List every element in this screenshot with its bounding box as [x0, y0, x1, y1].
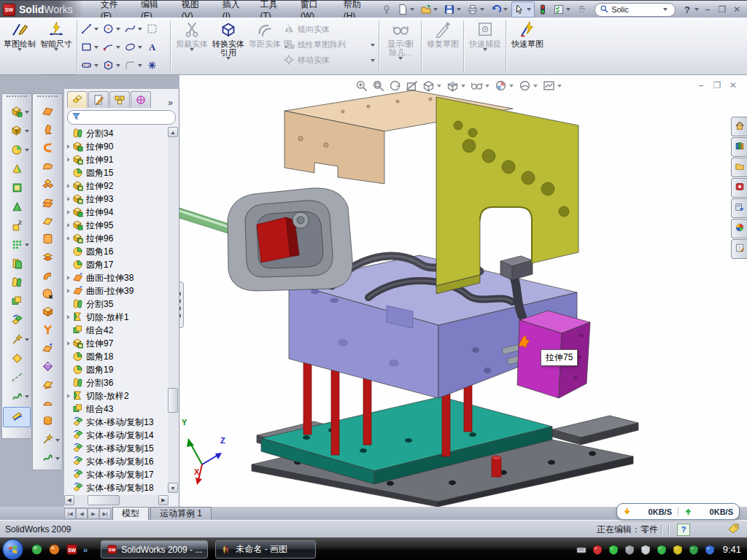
expand-arrow-icon[interactable] [64, 197, 72, 201]
sketch-dropdown-icon[interactable] [18, 48, 22, 51]
toolbar-grip[interactable] [37, 96, 58, 102]
tab-nav-2[interactable]: ▶ [88, 508, 99, 519]
tree-item-圆角16[interactable]: 圆角16 [64, 245, 179, 258]
slot-button[interactable] [80, 56, 102, 74]
selection-box-button[interactable] [146, 20, 168, 38]
display-style-dropdown-icon[interactable] [461, 85, 465, 88]
taskpane-tab-design-library[interactable] [731, 137, 747, 157]
network-warning-tray-icon[interactable] [672, 544, 684, 556]
edit-appearance-button[interactable] [494, 79, 515, 93]
network-speed-widget[interactable]: 0KB/S 0KB/S [616, 503, 740, 520]
rotate-view-button[interactable] [388, 79, 402, 93]
taskpane-tab-appearances-scenes[interactable] [731, 219, 747, 238]
expand-arrow-icon[interactable] [64, 341, 72, 346]
options-checklist-button[interactable] [551, 1, 574, 18]
tree-item-切除-放样1[interactable]: 切除-放样1 [64, 311, 179, 324]
view-settings-dropdown-icon[interactable] [557, 85, 562, 88]
spiral-curve-button[interactable] [33, 450, 62, 468]
polygon-button[interactable] [102, 56, 124, 74]
arc-button[interactable] [102, 38, 124, 56]
expand-arrow-icon[interactable] [64, 276, 72, 280]
new-file-dropdown-icon[interactable] [410, 8, 414, 11]
offset-entities-button[interactable]: 等距实体 [247, 18, 283, 74]
reference-axis-button[interactable] [2, 369, 31, 388]
volume-tray-icon[interactable] [640, 544, 651, 556]
zoom-fit-button[interactable] [355, 79, 368, 93]
save-button[interactable] [441, 1, 465, 18]
line-dropdown-icon[interactable] [94, 28, 98, 31]
tab-propertymanager[interactable] [88, 91, 109, 108]
scroll-left-button[interactable]: ◀ [64, 495, 74, 505]
tab-nav-3[interactable]: ▶| [99, 508, 111, 519]
tree-item-圆角17[interactable]: 圆角17 [64, 258, 179, 271]
expand-arrow-icon[interactable] [64, 236, 72, 241]
taskbar-clock[interactable]: 9:41 [723, 544, 741, 555]
expand-arrow-icon[interactable] [64, 315, 72, 319]
tree-item-实体-移动/复制16[interactable]: 实体-移动/复制16 [64, 455, 179, 468]
expand-arrow-icon[interactable] [64, 210, 72, 214]
help-button[interactable]: ? [681, 4, 693, 15]
options-checklist-dropdown-icon[interactable] [566, 8, 570, 11]
trim-entities-dropdown-icon[interactable] [190, 48, 194, 51]
bottom-tab-运动算例 1[interactable]: 运动算例 1 [150, 507, 212, 520]
view-orientation-button[interactable] [422, 79, 443, 93]
tree-item-实体-移动/复制17[interactable]: 实体-移动/复制17 [64, 468, 179, 481]
open-file-dropdown-icon[interactable] [433, 8, 438, 11]
tree-item-分割35[interactable]: 分割35 [64, 298, 179, 311]
hide-show-items-button[interactable] [470, 79, 491, 93]
replace-face-button[interactable] [33, 341, 62, 359]
vscroll-thumb[interactable] [168, 388, 178, 413]
sketch-button[interactable]: 草图绘制 [1, 18, 38, 74]
filled-surface-button[interactable] [33, 176, 62, 195]
start-button[interactable] [2, 539, 23, 560]
task-button-未命名 - 画图[interactable]: 未命名 - 画图 [215, 540, 316, 559]
tag-icon[interactable] [728, 524, 740, 536]
quick-launch-overflow[interactable]: » [83, 545, 88, 554]
trim-entities-button[interactable]: 剪裁实体 [174, 18, 210, 74]
surface-wizard-button[interactable] [33, 432, 62, 450]
tree-item-切除-放样2[interactable]: 切除-放样2 [64, 389, 179, 402]
display-style-button[interactable] [446, 79, 467, 93]
spline-button[interactable] [124, 20, 146, 38]
tree-item-拉伸96[interactable]: 拉伸96 [64, 232, 179, 245]
taskpane-tab-view-palette[interactable] [731, 198, 747, 218]
new-file-button[interactable] [395, 1, 418, 18]
curve-wizard-dropdown-icon[interactable] [25, 338, 29, 341]
bottom-tab-模型[interactable]: 模型 [112, 507, 149, 520]
move-entities-dropdown-icon[interactable] [371, 59, 375, 62]
tree-item-圆角15[interactable]: 圆角15 [64, 166, 179, 179]
dome-button[interactable] [33, 395, 62, 413]
search-value[interactable]: Solic [611, 5, 662, 14]
combine-button[interactable] [2, 293, 31, 312]
pattern-button[interactable] [2, 236, 31, 255]
help-dropdown-icon[interactable] [694, 8, 699, 11]
tab-dimxpertmanager[interactable] [131, 91, 151, 108]
move-entities-button[interactable]: 移动实体 [283, 52, 376, 68]
tree-item-实体-移动/复制15[interactable]: 实体-移动/复制15 [64, 442, 179, 455]
hscroll-thumb[interactable] [88, 495, 120, 505]
tree-item-曲面-拉伸39[interactable]: 曲面-拉伸39 [64, 284, 179, 298]
document-close-button[interactable]: ✕ [725, 79, 741, 91]
boss-feature-button[interactable] [2, 179, 31, 198]
instant3d-button[interactable] [3, 407, 31, 427]
task-button-SolidWorks 2009 - ...[interactable]: SWSolidWorks 2009 - ... [101, 540, 208, 559]
zoom-area-button[interactable] [371, 79, 385, 93]
ellipse-button[interactable] [124, 38, 146, 56]
antivirus-shield-tray-icon[interactable] [592, 544, 603, 556]
boundary-surface-button[interactable] [33, 140, 62, 158]
document-minimize-button[interactable]: – [693, 79, 709, 91]
freeform-button[interactable] [33, 158, 62, 176]
swept-surface-button[interactable] [33, 104, 62, 122]
tree-item-组合42[interactable]: 组合42 [64, 324, 179, 337]
untrim-surface-button[interactable] [33, 359, 62, 377]
tree-item-实体-移动/复制13[interactable]: 实体-移动/复制13 [64, 416, 179, 429]
circle-dropdown-icon[interactable] [116, 28, 120, 31]
tab-configurationmanager[interactable] [109, 91, 130, 108]
rectangle-dropdown-icon[interactable] [94, 46, 98, 49]
rectangle-button[interactable] [80, 38, 102, 56]
planar-surface-button[interactable] [33, 213, 62, 231]
fillet-dropdown-icon[interactable] [25, 149, 29, 152]
offset-surface-button[interactable] [33, 195, 62, 213]
update-badge-tray-icon[interactable] [624, 544, 635, 556]
smart-dimension-dropdown-icon[interactable] [54, 48, 58, 51]
